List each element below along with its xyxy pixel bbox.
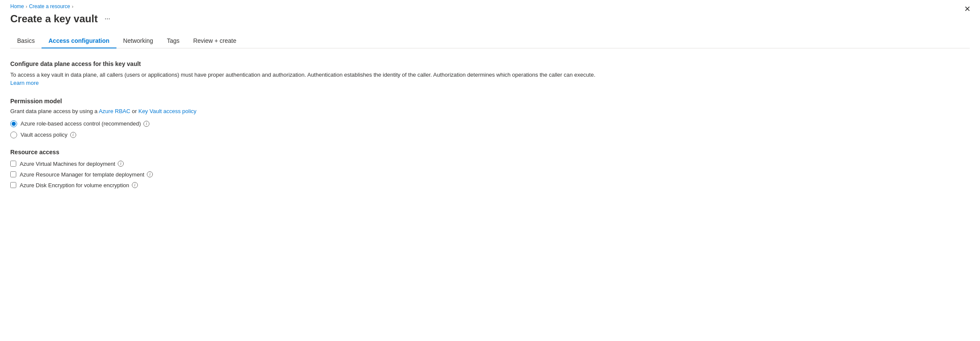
checkbox-vm-deployment-input[interactable]	[10, 161, 16, 167]
more-options-button[interactable]: ···	[102, 14, 113, 24]
permission-model-description: Grant data plane access by using a Azure…	[10, 108, 970, 114]
resource-access-title: Resource access	[10, 149, 970, 156]
checkbox-vm-deployment-info-icon[interactable]: i	[118, 161, 124, 167]
checkbox-disk-encryption[interactable]: Azure Disk Encryption for volume encrypt…	[10, 182, 970, 188]
radio-vault-policy-input[interactable]	[10, 132, 17, 138]
checkbox-vm-deployment[interactable]: Azure Virtual Machines for deployment i	[10, 161, 970, 167]
checkbox-arm-deployment[interactable]: Azure Resource Manager for template depl…	[10, 171, 970, 178]
configure-section-description: To access a key vault in data plane, all…	[10, 71, 610, 87]
resource-access-section: Resource access Azure Virtual Machines f…	[10, 149, 970, 188]
tab-review-create[interactable]: Review + create	[186, 34, 243, 48]
checkbox-arm-deployment-info-icon[interactable]: i	[147, 171, 153, 177]
close-button[interactable]: ✕	[962, 3, 973, 15]
page-header: Create a key vault ···	[10, 13, 970, 25]
tabs-container: Basics Access configuration Networking T…	[10, 34, 970, 48]
tab-tags[interactable]: Tags	[160, 34, 187, 48]
breadcrumb-create-resource[interactable]: Create a resource	[29, 3, 70, 9]
configure-section-title: Configure data plane access for this key…	[10, 60, 970, 67]
tab-basics[interactable]: Basics	[10, 34, 42, 48]
permission-model-radio-group: Azure role-based access control (recomme…	[10, 120, 970, 138]
resource-access-checkbox-group: Azure Virtual Machines for deployment i …	[10, 161, 970, 188]
checkbox-arm-deployment-input[interactable]	[10, 171, 16, 177]
permission-model-section: Permission model Grant data plane access…	[10, 98, 970, 138]
checkbox-disk-encryption-info-icon[interactable]: i	[132, 182, 138, 188]
radio-rbac[interactable]: Azure role-based access control (recomme…	[10, 120, 970, 127]
key-vault-access-policy-link[interactable]: Key Vault access policy	[138, 108, 197, 114]
configure-section: Configure data plane access for this key…	[10, 60, 970, 87]
breadcrumb-separator-2: ›	[72, 4, 74, 9]
breadcrumb-home[interactable]: Home	[10, 3, 24, 9]
azure-rbac-link[interactable]: Azure RBAC	[99, 108, 131, 114]
radio-rbac-label: Azure role-based access control (recomme…	[21, 120, 141, 127]
breadcrumb: Home › Create a resource ›	[10, 0, 970, 11]
radio-vault-policy[interactable]: Vault access policy i	[10, 132, 970, 138]
checkbox-disk-encryption-input[interactable]	[10, 182, 16, 188]
permission-model-title: Permission model	[10, 98, 970, 105]
checkbox-disk-encryption-label: Azure Disk Encryption for volume encrypt…	[20, 182, 129, 188]
breadcrumb-separator-1: ›	[26, 4, 27, 9]
radio-rbac-info-icon[interactable]: i	[143, 121, 149, 127]
radio-vault-policy-label: Vault access policy	[21, 132, 68, 138]
page-title: Create a key vault	[10, 13, 98, 25]
radio-vault-policy-info-icon[interactable]: i	[70, 132, 76, 138]
radio-rbac-input[interactable]	[10, 120, 17, 127]
tab-access-configuration[interactable]: Access configuration	[42, 34, 116, 48]
configure-learn-more-link[interactable]: Learn more	[10, 80, 39, 86]
tab-networking[interactable]: Networking	[116, 34, 160, 48]
checkbox-vm-deployment-label: Azure Virtual Machines for deployment	[20, 161, 115, 167]
checkbox-arm-deployment-label: Azure Resource Manager for template depl…	[20, 171, 144, 178]
